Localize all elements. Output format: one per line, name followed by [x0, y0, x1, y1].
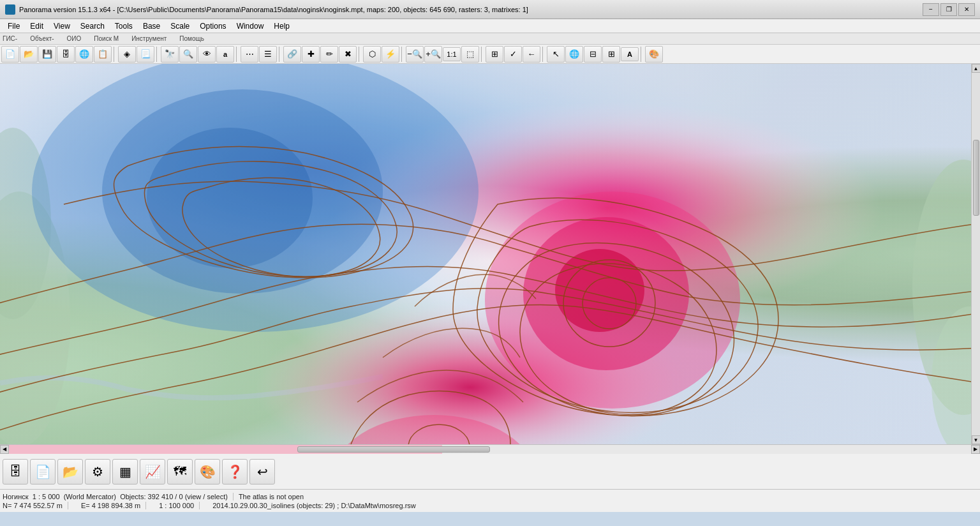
status-atlas: The atlas is not open [239, 493, 309, 500]
doc-bottom-button[interactable]: 📄 [30, 459, 56, 485]
sep9 [641, 47, 643, 62]
minimize-button[interactable]: − [923, 3, 939, 16]
list-button[interactable]: ☰ [259, 46, 277, 63]
binoculars2-button[interactable]: 🔍 [179, 46, 197, 63]
vscroll-thumb[interactable] [973, 140, 979, 216]
toolbar-labels-row: ГИС- Объект- ОИО Поиск М Инструмент Помо… [0, 33, 980, 45]
hscroll-left-arrow[interactable]: ◀ [0, 445, 9, 454]
chart-bottom-button[interactable]: 📈 [140, 459, 165, 485]
delete-button[interactable]: ✖ [339, 46, 357, 63]
window-controls: − ❐ ✕ [923, 3, 975, 16]
font-button[interactable]: a [216, 46, 234, 63]
vscroll-down-arrow[interactable]: ▼ [972, 435, 981, 444]
help-bottom-button[interactable]: ❓ [222, 459, 248, 485]
menu-options[interactable]: Options [195, 20, 231, 33]
layers-button[interactable]: ◈ [118, 46, 136, 63]
edit-button[interactable]: ✏ [320, 46, 338, 63]
menu-edit[interactable]: Edit [25, 20, 48, 33]
open-bottom-button[interactable]: 📂 [57, 459, 83, 485]
sep4 [279, 47, 281, 62]
sep7 [481, 47, 484, 62]
poly-button[interactable]: ⬡ [363, 46, 381, 63]
minus-button[interactable]: ⊟ [584, 46, 602, 63]
statusbar: Ногинск 1 : 5 000 (World Mercator) Objec… [0, 489, 980, 512]
db-button[interactable]: 🗄 [57, 46, 75, 63]
text-button[interactable]: A [621, 47, 639, 61]
menu-search[interactable]: Search [75, 20, 110, 33]
binoculars1-button[interactable]: 🔭 [161, 46, 179, 63]
hscroll-right-arrow[interactable]: ▶ [971, 445, 980, 454]
palette-bottom-button[interactable]: 🎨 [195, 459, 220, 485]
status-coord-e: E= 4 198 894.38 m [81, 502, 146, 509]
map-svg [0, 64, 980, 444]
link-button[interactable]: 🔗 [283, 46, 301, 63]
menu-base[interactable]: Base [138, 20, 165, 33]
toolbar-label-oio: ОИО [67, 35, 82, 42]
toolbar-label-gis: ГИС- [3, 35, 17, 42]
menu-scale[interactable]: Scale [165, 20, 195, 33]
sep1 [114, 47, 116, 62]
close-button[interactable]: ✕ [958, 3, 975, 16]
menu-window[interactable]: Window [232, 20, 269, 33]
frame-button[interactable]: ⬚ [461, 46, 479, 63]
toolbar-main: 📄 📂 💾 🗄 🌐 📋 ◈ 📃 🔭 🔍 👁 a ⋯ ☰ 🔗 ✚ ✏ ✖ ⬡ ⚡ … [0, 45, 980, 64]
toolbar-label-instrument: Инструмент [131, 35, 167, 42]
zoom-1to1-button[interactable]: 1:1 [443, 47, 461, 61]
statusbar-top: Ногинск 1 : 5 000 (World Mercator) Objec… [0, 492, 980, 501]
settings-bottom-button[interactable]: ⚙ [85, 459, 110, 485]
check-button[interactable]: ✓ [504, 46, 522, 63]
back-arrow-button[interactable]: ← [523, 46, 540, 63]
hscroll-thumb[interactable] [297, 446, 490, 453]
status-coord-n: N= 7 474 552.57 m [3, 502, 68, 509]
status-layer-info: 2014.10.29.00.30_isolines (objects: 29) … [212, 502, 421, 509]
vertical-scrollbar[interactable]: ▲ ▼ [971, 64, 980, 444]
app-icon [5, 4, 15, 15]
status-scale-display: 1 : 100 000 [159, 502, 200, 509]
menu-view[interactable]: View [48, 20, 75, 33]
more-button[interactable]: ⋯ [241, 46, 258, 63]
toolbar-label-help: Помощь [179, 35, 204, 42]
back-bottom-button[interactable]: ↩ [249, 459, 275, 485]
toolbar-label-object: Объект- [30, 35, 54, 42]
zoom-out-button[interactable]: −🔍 [406, 46, 424, 63]
horizontal-scrollbar[interactable]: ◀ ▶ [0, 444, 980, 453]
cursor-button[interactable]: ↖ [547, 46, 565, 63]
menu-tools[interactable]: Tools [110, 20, 138, 33]
web-button[interactable]: 🌐 [75, 46, 93, 63]
sep5 [359, 47, 361, 62]
zoom-in-button[interactable]: +🔍 [424, 46, 442, 63]
new-button[interactable]: 📄 [1, 46, 19, 63]
title-text: Panorama version 15.1.3 x64 - [C:\Users\… [19, 6, 923, 13]
titlebar: Panorama version 15.1.3 x64 - [C:\Users\… [0, 0, 980, 19]
toolbar-label-search: Поиск М [94, 35, 119, 42]
menubar: File Edit View Search Tools Base Scale O… [0, 19, 980, 33]
binoculars3-button[interactable]: 👁 [198, 46, 216, 63]
status-location: Ногинск 1 : 5 000 (World Mercator) Objec… [3, 493, 234, 500]
add-object-button[interactable]: ✚ [302, 46, 320, 63]
map-bottom-button[interactable]: 🗺 [167, 459, 193, 485]
hscroll-track[interactable] [9, 445, 971, 454]
sep3 [236, 47, 239, 62]
globe-button[interactable]: 🌐 [565, 46, 583, 63]
table-bottom-button[interactable]: ▦ [112, 459, 138, 485]
color-palette-button[interactable]: 🎨 [645, 46, 663, 63]
clip-button[interactable]: 📋 [94, 46, 112, 63]
doc-button[interactable]: 📃 [137, 46, 154, 63]
save-button[interactable]: 💾 [38, 46, 56, 63]
grid-button[interactable]: ⊞ [602, 46, 620, 63]
tiles-button[interactable]: ⊞ [486, 46, 503, 63]
map-area[interactable]: ▲ ▼ [0, 64, 980, 444]
svg-point-11 [147, 128, 313, 268]
bottom-toolbar: 🗄 📄 📂 ⚙ ▦ 📈 🗺 🎨 ❓ ↩ [0, 453, 980, 489]
svg-point-14 [555, 249, 644, 332]
sep6 [401, 47, 404, 62]
sep8 [542, 47, 545, 62]
menu-file[interactable]: File [3, 20, 25, 33]
statusbar-bottom: N= 7 474 552.57 m E= 4 198 894.38 m 1 : … [0, 501, 980, 510]
db-bottom-button[interactable]: 🗄 [3, 459, 28, 485]
open-folder-button[interactable]: 📂 [20, 46, 38, 63]
menu-help[interactable]: Help [269, 20, 295, 33]
restore-button[interactable]: ❐ [940, 3, 957, 16]
lightning-button[interactable]: ⚡ [382, 46, 399, 63]
vscroll-up-arrow[interactable]: ▲ [972, 64, 981, 73]
